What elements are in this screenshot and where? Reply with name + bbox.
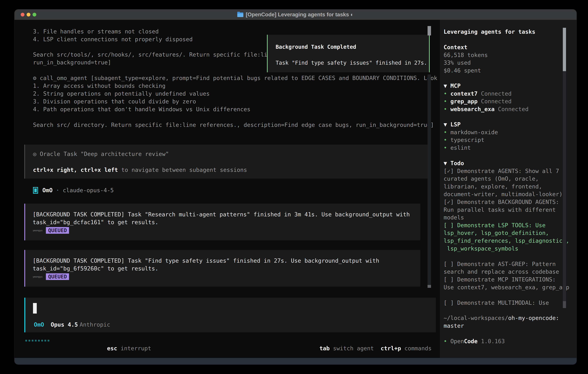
task-line: task_id="bg_6f59260c" to get results. [33,265,420,272]
context-used: 33% used [444,59,564,67]
todo-line: [✓] Demonstrate BACKGROUND AGENTS: [444,198,564,206]
sidebar-scrollbar-cap [563,301,566,308]
bullet-icon: • [444,137,447,143]
terminal-line: Search src/ directory. Return specific f… [33,121,434,129]
shortcut-hints: tab switch agent ctrl+p commands [285,337,431,360]
mcp-section: ▼ MCP • context7 Connected • grep_app Co… [444,82,564,113]
todo-line: Run parallel tasks with different [444,206,564,214]
todo-line-active: lsp_hover, lsp_goto_definition, [444,229,564,237]
agent-model: · claude-opus-4-5 [52,187,114,194]
issue-list-block: 3. File handles or streams not closed 4.… [33,28,193,43]
bullet-icon: • [444,129,447,135]
tab-key: tab [319,345,330,352]
todo-line-active: lsp_workspace_symbols [444,245,564,252]
sidebar: Leveraging agents for tasks Context 66,5… [440,20,577,358]
todo-line-active: [ ] Demonstrate LSP TOOLS: Use [444,221,564,229]
todo-section-header[interactable]: ▼ Todo [444,159,564,167]
input-provider-label: Anthropic [80,321,110,329]
titlebar: [OpenCode] Leveraging agents for tasks ◐ [14,10,577,20]
status-badge: QUEUED [46,273,69,280]
task-user: yeongyu [33,229,42,232]
agent-call-command: call_omo_agent [subagent_type=explore, p… [36,75,451,81]
task-line: task_id="bg_dcfac161" to get results. [33,218,420,226]
background-task-message: [BACKGROUND TASK COMPLETED] Task "Find t… [24,250,420,287]
agent-name: OmO [42,187,52,194]
bullet-icon: • [444,106,447,112]
todo-line: curated agents (OmO, oracle, [444,175,564,183]
agent-icon [33,187,38,194]
input-meta: OmO Opus 4.5 Anthropic [34,321,110,329]
lsp-section-header[interactable]: ▼ LSP [444,121,564,128]
agent-call-block: ⚙ call_omo_agent [subagent_type=explore,… [33,74,451,113]
sidebar-scrollbar-thumb[interactable] [563,28,566,71]
triangle-icon: ▼ [444,83,447,89]
mcp-item: • grep_app Connected [444,97,564,105]
window-footer [14,358,577,364]
ctrlp-label: commands [401,345,431,352]
mcp-section-header[interactable]: ▼ MCP [444,82,564,90]
gear-icon: ⚙ [33,75,36,81]
bullet-icon: • [444,338,447,344]
traffic-lights [21,13,36,17]
todo-line: [ ] Demonstrate MCP INTEGRATIONS: [444,276,564,283]
session-title: Leveraging agents for tasks [444,28,564,36]
context-spent: $0.46 spent [444,67,564,74]
app-version: 1.0.163 [478,338,505,344]
terminal-line: 4. Path operations that don't handle Win… [33,105,451,113]
context-heading: Context [444,43,564,51]
mcp-name: grep_app [451,98,478,104]
workspace-branch: master [444,322,564,330]
mcp-status: Connected [478,90,512,97]
ctrlp-key: ctrl+p [381,345,401,352]
status-bar: esc interrupt tab switch agent ctrl+p co… [14,337,440,344]
window-title: [OpenCode] Leveraging agents for tasks ◐ [246,11,354,18]
terminal-line: run_in_background=true] [33,59,274,66]
screenshot-root: [OpenCode] Leveraging agents for tasks ◐… [0,0,588,374]
close-button[interactable] [21,13,24,17]
terminal-line: 4. LSP client connections not properly d… [33,35,193,43]
mcp-item: • context7 Connected [444,90,564,98]
minimize-button[interactable] [27,13,30,17]
triangle-icon: ▼ [444,160,447,166]
triangle-icon: ▼ [444,121,447,128]
blank-line [444,252,564,260]
version-section: • OpenCode 1.0.163 [444,337,564,345]
esc-key: esc [107,345,117,352]
terminal-line: 1. Array access without bounds checking [33,82,451,90]
zoom-button[interactable] [32,13,36,17]
background-task-toast: Background Task Completed Task "Find typ… [267,35,430,72]
lsp-item: • typescript [444,136,564,144]
terminal-line: 3. File handles or streams not closed [33,28,193,35]
terminal-line: Search src/tools/, src/hooks/, src/featu… [33,51,274,59]
bullet-icon: • [444,90,447,97]
background-task-message: [BACKGROUND TASK COMPLETED] Task "Resear… [24,204,420,240]
task-line: [BACKGROUND TASK COMPLETED] Task "Resear… [33,211,420,218]
prompt-input[interactable]: OmO Opus 4.5 Anthropic [24,298,436,332]
todo-section: ▼ Todo [✓] Demonstrate AGENTS: Show all … [444,159,564,307]
todo-line: Use context7, websearch_exa, grep_app [444,283,564,291]
terminal-scrollbar-cap [428,285,431,288]
sidebar-scrollbar-track[interactable] [563,71,566,301]
oracle-task-panel: ◎ Oracle Task "Deep architecture review"… [24,145,430,179]
terminal-scrollbar-track[interactable] [428,74,431,288]
terminal-main: 3. File handles or streams not closed 4.… [14,20,440,358]
todo-line: librarian, explore, frontend, [444,183,564,190]
status-badge: QUEUED [46,227,69,234]
context-tokens: 66,518 tokens [444,51,564,59]
workspace-path-strong: oh-my-opencode: [508,315,559,321]
bullet-icon: • [444,98,447,104]
window-title-wrap: [OpenCode] Leveraging agents for tasks ◐ [237,11,354,18]
task-user: yeongyu [33,275,42,278]
toast-title: Background Task Completed [276,43,429,51]
bullet-icon: • [444,145,447,151]
workspace-path-dim: ~/local-workspaces/ [444,315,508,321]
todo-line-active: lsp_find_references, lsp_diagnostics, [444,237,564,245]
oracle-title: Oracle Task "Deep architecture review" [36,151,169,157]
terminal-scrollbar-thumb[interactable] [428,26,431,35]
text-cursor [33,303,37,313]
mcp-item: • websearch_exa Connected [444,105,564,113]
tab-label: switch agent [330,345,374,352]
search-block: Search src/tools/, src/hooks/, src/featu… [33,51,274,66]
esc-hint: esc interrupt [73,337,151,360]
oracle-icon: ◎ [33,151,36,157]
